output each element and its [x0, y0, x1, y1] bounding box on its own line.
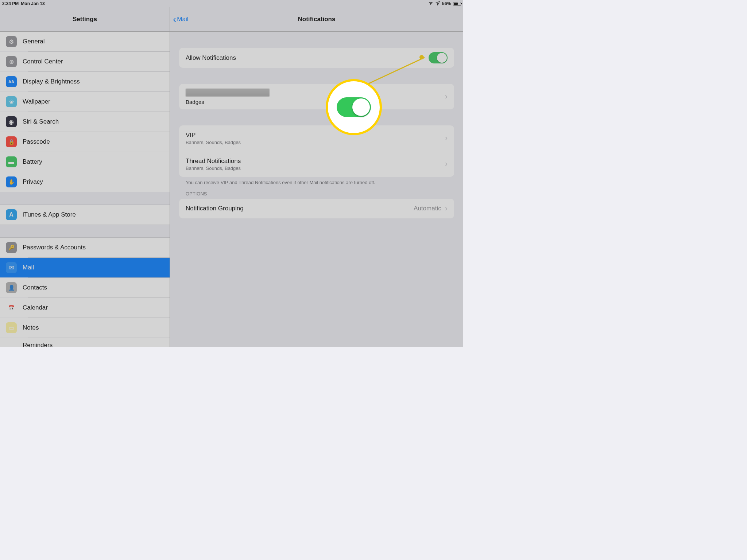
text-size-icon: AA: [6, 76, 17, 87]
sidebar-item-label: Privacy: [23, 178, 43, 186]
section-footer: You can receive VIP and Thread Notificat…: [179, 177, 454, 185]
sidebar-item-label: Contacts: [23, 284, 47, 291]
sidebar-item-label: Notes: [23, 324, 39, 331]
sidebar-item-reminders[interactable]: ☰Reminders: [0, 338, 170, 347]
sidebar-item-contacts[interactable]: 👤Contacts: [0, 278, 170, 298]
sidebar-item-battery[interactable]: ▬Battery: [0, 152, 170, 172]
notes-icon: ▭: [6, 322, 17, 333]
sidebar-item-siri-search[interactable]: ◉Siri & Search: [0, 112, 170, 132]
hand-icon: ✋: [6, 176, 17, 187]
detail-header: ‹ Mail Notifications: [170, 7, 463, 32]
sidebar-item-display-brightness[interactable]: AADisplay & Brightness: [0, 72, 170, 92]
sidebar-item-privacy[interactable]: ✋Privacy: [0, 172, 170, 192]
section-header-options: OPTIONS: [179, 185, 454, 199]
row-vip[interactable]: VIP Banners, Sounds, Badges ›: [179, 125, 454, 151]
sidebar-item-label: Mail: [23, 264, 34, 271]
location-icon: [436, 1, 440, 7]
sidebar-header: Settings: [0, 7, 170, 32]
redacted-account-name: [186, 89, 270, 97]
status-time: 2:24 PM: [2, 1, 19, 6]
sidebar-item-label: Control Center: [23, 58, 63, 65]
row-thread-notifications[interactable]: Thread Notifications Banners, Sounds, Ba…: [179, 151, 454, 177]
cell-subtitle: Banners, Sounds, Badges: [186, 166, 241, 171]
gear-icon: ⚙: [6, 36, 17, 47]
back-label: Mail: [177, 16, 188, 23]
calendar-icon: 📅: [6, 302, 17, 313]
battery-icon: [453, 2, 461, 5]
chevron-left-icon: ‹: [173, 13, 176, 25]
cell-value: Automatic: [414, 205, 441, 212]
sidebar-item-passwords-accounts[interactable]: 🔑Passwords & Accounts: [0, 238, 170, 257]
battery-icon: ▬: [6, 156, 17, 167]
sidebar-item-label: Battery: [23, 158, 42, 166]
sidebar-item-label: Display & Brightness: [23, 78, 80, 85]
sidebar-item-calendar[interactable]: 📅Calendar: [0, 298, 170, 318]
battery-percent: 56%: [442, 1, 451, 6]
contacts-icon: 👤: [6, 282, 17, 293]
sidebar-item-label: iTunes & App Store: [23, 211, 76, 218]
chevron-right-icon: ›: [445, 92, 448, 101]
sidebar-item-wallpaper[interactable]: ❀Wallpaper: [0, 92, 170, 112]
toggle-allow-notifications[interactable]: [429, 52, 448, 63]
sidebar-title: Settings: [73, 16, 97, 23]
sidebar-item-label: General: [23, 38, 44, 45]
key-icon: 🔑: [6, 242, 17, 253]
status-date: Mon Jan 13: [21, 1, 44, 6]
cell-label: Badges: [186, 99, 270, 105]
row-badges[interactable]: Badges ›: [179, 84, 454, 109]
detail-pane: ‹ Mail Notifications Allow Notifications…: [170, 7, 463, 347]
status-bar: 2:24 PM Mon Jan 13 56%: [0, 0, 463, 7]
appstore-icon: A: [6, 209, 17, 220]
cell-subtitle: Banners, Sounds, Badges: [186, 140, 241, 145]
sidebar-item-label: Calendar: [23, 304, 48, 311]
sidebar-item-label: Reminders: [23, 342, 53, 347]
cell-label: Thread Notifications: [186, 158, 241, 165]
sidebar-item-label: Wallpaper: [23, 98, 50, 105]
callout-leader-dot: [419, 55, 424, 59]
cell-label: Allow Notifications: [186, 54, 236, 62]
page-title: Notifications: [170, 16, 463, 23]
reminders-icon: ☰: [6, 340, 17, 347]
cell-label: VIP: [186, 132, 241, 139]
chevron-right-icon: ›: [445, 159, 448, 169]
sidebar-item-label: Siri & Search: [23, 118, 59, 125]
sidebar-item-label: Passcode: [23, 138, 50, 145]
wifi-icon: [428, 1, 433, 6]
cell-label: Notification Grouping: [186, 205, 244, 212]
flower-icon: ❀: [6, 96, 17, 107]
sidebar-item-passcode[interactable]: 🔒Passcode: [0, 132, 170, 152]
row-notification-grouping[interactable]: Notification Grouping Automatic ›: [179, 199, 454, 218]
chevron-right-icon: ›: [445, 204, 448, 213]
sidebar-item-mail[interactable]: ✉Mail: [0, 258, 170, 277]
lock-icon: 🔒: [6, 136, 17, 147]
chevron-right-icon: ›: [445, 133, 448, 143]
sidebar-item-control-center[interactable]: ⊜Control Center: [0, 52, 170, 71]
row-allow-notifications[interactable]: Allow Notifications: [179, 48, 454, 68]
sidebar-item-label: Passwords & Accounts: [23, 244, 86, 251]
sidebar-item-general[interactable]: ⚙General: [0, 32, 170, 51]
siri-icon: ◉: [6, 116, 17, 127]
settings-sidebar: Settings ⚙General ⊜Control Center AADisp…: [0, 7, 170, 347]
back-button[interactable]: ‹ Mail: [173, 13, 189, 25]
mail-icon: ✉: [6, 262, 17, 273]
toggle-icon: ⊜: [6, 56, 17, 67]
sidebar-item-itunes-app-store[interactable]: AiTunes & App Store: [0, 205, 170, 225]
sidebar-item-notes[interactable]: ▭Notes: [0, 318, 170, 338]
